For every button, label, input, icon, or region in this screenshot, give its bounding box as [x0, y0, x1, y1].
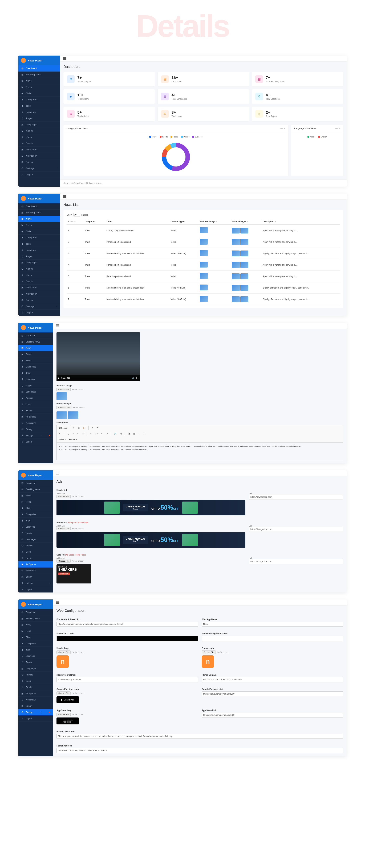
sidebar-item-languages[interactable]: ▤Languages: [18, 665, 53, 672]
sidebar-item-admins[interactable]: ✪Admins: [18, 266, 60, 272]
sidebar-item-categories[interactable]: ⊞Categories: [18, 96, 60, 103]
hamburger-icon[interactable]: [63, 195, 66, 198]
sidebar-item-slider[interactable]: ◈Slider: [18, 358, 53, 364]
sidebar-item-breaking[interactable]: ▦Breaking News: [18, 486, 53, 493]
hr-button[interactable]: ―: [137, 432, 142, 436]
gplay-link-input[interactable]: [202, 691, 343, 696]
sidebar-item-dashboard[interactable]: ◧Dashboard: [18, 480, 53, 486]
sidebar-item-survey[interactable]: ▧Survey: [18, 703, 53, 709]
file-input[interactable]: Choose FileNo file chosen: [56, 713, 198, 716]
sidebar-item-adspaces[interactable]: ▣Ad Spaces: [18, 561, 53, 567]
table-header[interactable]: Category: [83, 219, 105, 225]
subscript-button[interactable]: x₂: [76, 432, 80, 436]
header-top-input[interactable]: [56, 677, 198, 682]
ol-button[interactable]: ≡: [89, 432, 92, 436]
sidebar-item-breaking[interactable]: ▦Breaking News: [18, 71, 60, 78]
underline-button[interactable]: U: [66, 432, 71, 436]
table-header[interactable]: Content Type: [169, 219, 198, 225]
sidebar-item-tags[interactable]: ◆Tags: [18, 647, 53, 653]
sidebar-item-adspaces[interactable]: ▣Ad Spaces: [18, 690, 53, 696]
sidebar-item-pages[interactable]: ▯Pages: [18, 253, 60, 259]
video-preview[interactable]: ▶ 0:00 / 0:22 🔊 ⛶: [56, 332, 140, 381]
sidebar-item-languages[interactable]: ▤Languages: [18, 259, 60, 266]
editor-body[interactable]: A port with a water plane arriving, boat…: [56, 442, 343, 460]
cut-button[interactable]: ✂: [72, 426, 76, 430]
sidebar-item-pages[interactable]: ▯Pages: [18, 659, 53, 665]
file-input[interactable]: Choose FileNo file chosen: [56, 691, 198, 695]
sidebar-item-breaking[interactable]: ▦Breaking News: [18, 615, 53, 622]
chart-actions[interactable]: — ✕: [335, 127, 340, 130]
choose-file-button[interactable]: Choose File: [56, 527, 71, 530]
navbar-text-color[interactable]: [56, 636, 198, 641]
sidebar-item-logout[interactable]: ⎋Logout: [18, 439, 53, 445]
sidebar-item-tags[interactable]: ◆Tags: [18, 103, 60, 109]
sidebar-item-adspaces[interactable]: ▣Ad Spaces: [18, 147, 60, 153]
sidebar-item-news[interactable]: ▦News: [18, 216, 60, 222]
sidebar-item-dashboard[interactable]: ◧Dashboard: [18, 203, 60, 210]
outdent-button[interactable]: ⇤: [100, 432, 104, 436]
app-name-input[interactable]: [202, 622, 343, 626]
format-dropdown[interactable]: Format ▾: [68, 438, 78, 441]
sidebar-item-reels[interactable]: ▶Reels: [18, 351, 53, 358]
sidebar-item-tags[interactable]: ◆Tags: [18, 370, 53, 376]
sidebar-item-tags[interactable]: ◆Tags: [18, 241, 60, 247]
sidebar-item-admins[interactable]: ✪Admins: [18, 542, 53, 549]
sidebar-item-languages[interactable]: ▤Languages: [18, 536, 53, 542]
sidebar-item-settings[interactable]: ⚙Settings‹: [18, 165, 60, 172]
sidebar-item-dashboard[interactable]: ◧Dashboard: [18, 609, 53, 615]
table-header[interactable]: S. No.: [66, 219, 83, 225]
sidebar-item-emails[interactable]: ✉Emails: [18, 684, 53, 690]
sidebar-item-settings[interactable]: ⚙Settings‹: [18, 432, 53, 439]
unlink-button[interactable]: ⛓: [119, 432, 123, 436]
table-header[interactable]: Gallery Images: [230, 219, 261, 225]
sidebar-item-emails[interactable]: ✉Emails: [18, 140, 60, 147]
featured-file-input[interactable]: Choose File No file chosen: [56, 388, 343, 391]
sidebar-item-breaking[interactable]: ▦Breaking News: [18, 339, 53, 345]
sidebar-item-notification[interactable]: ☳Notification: [18, 696, 53, 703]
sidebar-item-breaking[interactable]: ▦Breaking News: [18, 210, 60, 216]
entries-input[interactable]: [73, 213, 80, 216]
sidebar-item-pages[interactable]: ▯Pages: [18, 115, 60, 122]
undo-button[interactable]: ↶: [90, 426, 94, 430]
sidebar-item-languages[interactable]: ▤Languages: [18, 389, 53, 395]
sidebar-item-emails[interactable]: ✉Emails: [18, 555, 53, 561]
sidebar-item-tags[interactable]: ◆Tags: [18, 518, 53, 524]
footer-addr-input[interactable]: [56, 748, 343, 753]
sidebar-item-survey[interactable]: ▧Survey: [18, 159, 60, 165]
styles-dropdown[interactable]: Styles ▾: [58, 438, 67, 441]
choose-file-button[interactable]: Choose File: [56, 713, 71, 716]
link-input[interactable]: [249, 527, 343, 532]
choose-file-button[interactable]: Choose File: [56, 650, 71, 654]
sidebar-item-slider[interactable]: ◈Slider: [18, 90, 60, 96]
special-button[interactable]: Ω: [143, 432, 146, 436]
sidebar-item-settings[interactable]: ⚙Settings‹: [18, 580, 53, 586]
sidebar-item-news[interactable]: ▦News: [18, 493, 53, 499]
sidebar-item-notification[interactable]: ☳Notification: [18, 291, 60, 297]
source-button[interactable]: ▣ Source: [58, 426, 68, 430]
sidebar-item-users[interactable]: ⛭Users: [18, 272, 60, 278]
sidebar-item-notification[interactable]: ☳Notification: [18, 420, 53, 426]
file-input[interactable]: Choose File No file chosen: [56, 559, 246, 563]
sidebar-item-users[interactable]: ⛭Users: [18, 401, 53, 407]
footer-contact-input[interactable]: [202, 677, 343, 682]
api-url-input[interactable]: [56, 622, 198, 626]
play-icon[interactable]: ▶: [58, 377, 60, 379]
sidebar-item-categories[interactable]: ⊞Categories: [18, 235, 60, 241]
choose-file-button[interactable]: Choose File: [56, 691, 71, 695]
choose-file-button[interactable]: Choose File: [56, 559, 71, 563]
sidebar-item-users[interactable]: ⛭Users: [18, 549, 53, 555]
ul-button[interactable]: ⋮≡: [93, 432, 99, 436]
redo-button[interactable]: ↷: [95, 426, 100, 430]
sidebar-item-locations[interactable]: ⚲Locations: [18, 247, 60, 253]
bold-button[interactable]: B: [58, 432, 61, 436]
file-input[interactable]: Choose File No file chosen: [56, 495, 246, 498]
sidebar-item-reels[interactable]: ▶Reels: [18, 84, 60, 90]
sidebar-item-news[interactable]: ▦News: [18, 78, 60, 84]
table-header[interactable]: Description: [261, 219, 340, 225]
sidebar-item-emails[interactable]: ✉Emails: [18, 278, 60, 284]
sidebar-item-reels[interactable]: ▶Reels: [18, 499, 53, 505]
paste-button[interactable]: 📋: [82, 426, 87, 430]
sidebar-item-logout[interactable]: ⎋Logout: [18, 310, 60, 316]
sidebar-item-settings[interactable]: ⚙Settings‹: [18, 303, 60, 310]
hamburger-icon[interactable]: [56, 601, 59, 603]
